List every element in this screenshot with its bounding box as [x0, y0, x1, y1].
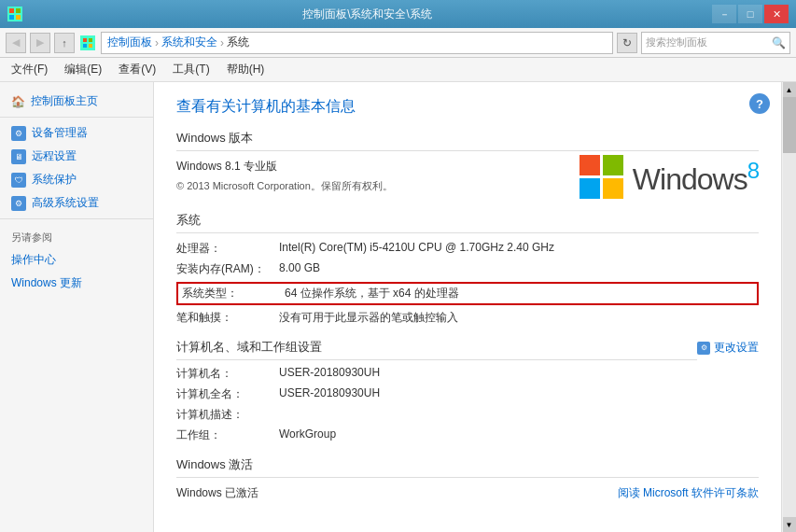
sidebar-item-device-manager[interactable]: ⚙ 设备管理器 — [0, 121, 153, 145]
content-area: ? 查看有关计算机的基本信息 Windows 版本 Windows 8.1 专业… — [154, 82, 781, 532]
computer-fullname-row: 计算机全名： USER-20180930UH — [176, 386, 759, 402]
maximize-button[interactable]: □ — [738, 5, 762, 23]
change-settings-label: 更改设置 — [714, 340, 759, 356]
logo-pane-tl — [580, 155, 600, 175]
computer-name-section: 计算机名、域和工作组设置 ⚙ 更改设置 计算机名： USER-20180930U… — [176, 339, 759, 443]
window-controls: － □ ✕ — [712, 5, 789, 23]
back-button[interactable]: ◀ — [6, 33, 26, 53]
windows-update-label: Windows 更新 — [11, 275, 82, 291]
svg-rect-7 — [89, 44, 92, 48]
scroll-track — [783, 97, 796, 517]
pen-touch-label: 笔和触摸： — [176, 310, 279, 326]
sidebar-item-home[interactable]: 🏠 控制面板主页 — [0, 90, 153, 113]
menu-file[interactable]: 文件(F) — [4, 59, 55, 80]
computer-name-rows: 计算机名： USER-20180930UH 计算机全名： USER-201809… — [176, 366, 759, 443]
workgroup-value: WorkGroup — [279, 427, 759, 443]
scroll-down-button[interactable]: ▼ — [783, 517, 796, 532]
computer-name-title: 计算机名、域和工作组设置 — [176, 339, 697, 360]
system-type-value: 64 位操作系统，基于 x64 的处理器 — [285, 286, 753, 301]
windows-logo-grid — [580, 155, 623, 199]
sidebar-home-label: 控制面板主页 — [31, 93, 98, 109]
win-version-value: Windows 8.1 专业版 — [176, 159, 393, 175]
win-copyright-value: © 2013 Microsoft Corporation。保留所有权利。 — [176, 179, 393, 193]
sidebar-item-remote[interactable]: 🖥 远程设置 — [0, 145, 153, 168]
system-section-title: 系统 — [176, 212, 759, 233]
menu-help[interactable]: 帮助(H) — [219, 59, 272, 80]
workgroup-row: 工作组： WorkGroup — [176, 427, 759, 443]
svg-rect-0 — [9, 8, 14, 13]
search-placeholder: 搜索控制面板 — [646, 35, 707, 49]
location-icon — [80, 35, 95, 50]
menu-view[interactable]: 查看(V) — [111, 59, 163, 80]
sidebar-item-action-center[interactable]: 操作中心 — [0, 248, 153, 272]
remote-icon: 🖥 — [11, 149, 26, 164]
help-button[interactable]: ? — [749, 93, 770, 114]
forward-button[interactable]: ▶ — [30, 33, 50, 53]
refresh-button[interactable]: ↻ — [617, 33, 637, 53]
breadcrumb-sep-1: › — [155, 36, 159, 49]
title-bar-left — [7, 7, 22, 21]
activation-link[interactable]: 阅读 Microsoft 软件许可条款 — [618, 485, 759, 501]
change-settings-link[interactable]: ⚙ 更改设置 — [697, 340, 759, 356]
sidebar-protection-label: 系统保护 — [32, 172, 77, 188]
sidebar-device-manager-label: 设备管理器 — [32, 125, 88, 141]
computer-section-header: 计算机名、域和工作组设置 ⚙ 更改设置 — [176, 339, 759, 360]
logo-pane-bl — [580, 178, 600, 199]
menu-tools[interactable]: 工具(T) — [165, 59, 216, 80]
svg-rect-6 — [83, 44, 87, 48]
activation-status: Windows 已激活 — [176, 485, 614, 501]
processor-label: 处理器： — [176, 241, 279, 257]
computer-desc-label: 计算机描述： — [176, 407, 279, 423]
windows-word: Windows — [633, 161, 747, 195]
breadcrumb-bar[interactable]: 控制面板 › 系统和安全 › 系统 — [101, 32, 613, 54]
sidebar-remote-label: 远程设置 — [32, 148, 77, 164]
sidebar-advanced-label: 高级系统设置 — [32, 195, 99, 211]
main-layout: 🏠 控制面板主页 ⚙ 设备管理器 🖥 远程设置 🛡 系统保护 ⚙ 高级系统设置 … — [0, 82, 796, 532]
computer-desc-value — [279, 407, 759, 423]
logo-pane-br — [603, 178, 623, 199]
menu-edit[interactable]: 编辑(E) — [57, 59, 109, 80]
scrollbar[interactable]: ▲ ▼ — [781, 82, 796, 532]
search-box[interactable]: 搜索控制面板 🔍 — [641, 32, 790, 54]
logo-pane-tr — [603, 155, 623, 175]
workgroup-label: 工作组： — [176, 427, 279, 443]
computer-name-value: USER-20180930UH — [279, 366, 759, 382]
up-button[interactable]: ↑ — [54, 33, 75, 53]
ram-row: 安装内存(RAM)： 8.00 GB — [176, 261, 759, 277]
minimize-button[interactable]: － — [712, 5, 736, 23]
windows-version-num: 8 — [747, 158, 759, 183]
windows-logo-area: Windows8 — [580, 155, 759, 199]
svg-rect-5 — [89, 38, 92, 42]
scroll-thumb[interactable] — [783, 97, 796, 153]
sidebar-item-advanced[interactable]: ⚙ 高级系统设置 — [0, 191, 153, 215]
computer-name-row: 计算机名： USER-20180930UH — [176, 366, 759, 382]
breadcrumb-security[interactable]: 系统和安全 — [161, 35, 217, 50]
breadcrumb-current: 系统 — [227, 35, 249, 50]
sidebar-item-windows-update[interactable]: Windows 更新 — [0, 272, 153, 295]
sidebar: 🏠 控制面板主页 ⚙ 设备管理器 🖥 远程设置 🛡 系统保护 ⚙ 高级系统设置 … — [0, 82, 154, 532]
sidebar-sep-2 — [0, 218, 153, 219]
windows-activation-section: Windows 激活 Windows 已激活 阅读 Microsoft 软件许可… — [176, 456, 759, 501]
breadcrumb-sep-2: › — [220, 36, 224, 49]
svg-rect-3 — [16, 15, 21, 20]
svg-rect-2 — [9, 15, 14, 20]
processor-value: Intel(R) Core(TM) i5-4210U CPU @ 1.70GHz… — [279, 241, 759, 257]
protection-icon: 🛡 — [11, 173, 26, 188]
close-button[interactable]: ✕ — [764, 5, 789, 23]
windows-brand-text: Windows8 — [633, 158, 759, 197]
svg-rect-1 — [16, 8, 21, 13]
change-icon: ⚙ — [697, 342, 710, 355]
scroll-up-button[interactable]: ▲ — [783, 82, 796, 97]
ram-value: 8.00 GB — [279, 261, 759, 277]
windows-version-info: Windows 8.1 专业版 © 2013 Microsoft Corpora… — [176, 159, 393, 198]
sidebar-item-protection[interactable]: 🛡 系统保护 — [0, 168, 153, 191]
win-copyright-row: © 2013 Microsoft Corporation。保留所有权利。 — [176, 179, 393, 193]
breadcrumb-control-panel[interactable]: 控制面板 — [107, 35, 152, 50]
svg-rect-4 — [83, 38, 87, 42]
computer-desc-row: 计算机描述： — [176, 407, 759, 423]
menu-bar: 文件(F) 编辑(E) 查看(V) 工具(T) 帮助(H) — [0, 58, 796, 82]
windows-version-section: Windows 版本 Windows 8.1 专业版 © 2013 Micros… — [176, 130, 759, 199]
home-icon: 🏠 — [11, 95, 25, 108]
page-title: 查看有关计算机的基本信息 — [176, 97, 759, 117]
see-also-title: 另请参阅 — [0, 223, 153, 248]
